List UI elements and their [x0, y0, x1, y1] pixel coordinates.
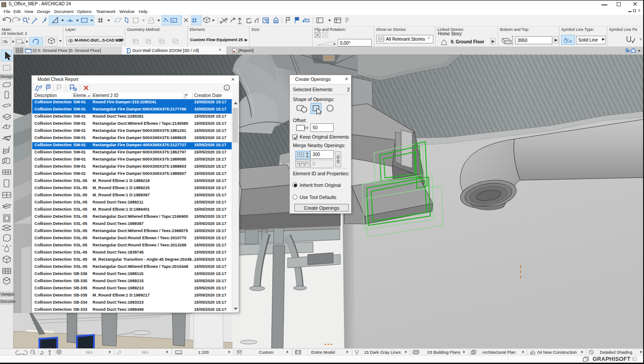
svg-text:1: 1	[28, 17, 30, 21]
svg-text:12: 12	[172, 19, 175, 22]
svg-text:α: α	[333, 42, 335, 46]
